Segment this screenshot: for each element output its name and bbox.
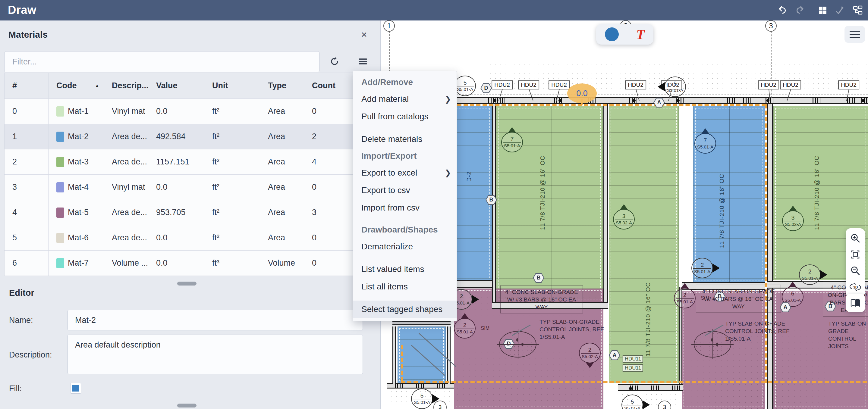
holdown-label-hdu11[interactable]: HDU11 [623,355,643,363]
selection-outline-left [401,345,404,381]
callout-tag-7[interactable]: 7S5.01-A [501,132,523,152]
table-cell: 0 [304,225,349,250]
menu-item-list-valued-items[interactable]: List valued items [353,261,457,278]
app-header: Draw [0,0,868,21]
callout-tag-2[interactable]: SIM2S5.01-A [674,288,695,308]
table-row-mat-5[interactable]: 4Mat-5Area de...953.705ft²Area3 [4,200,377,225]
refresh-icon[interactable] [326,53,343,70]
menu-divider [353,219,457,219]
legend-book-button[interactable] [846,294,865,312]
callout-tag-3[interactable]: 3S5.02-A [782,210,804,231]
holdown-label-hdu2[interactable]: HDU2 [549,80,569,90]
anchor-dot [677,99,680,102]
table-cell: 953.705 [148,200,204,225]
holdown-label-hdu2[interactable]: HDU2 [625,80,646,90]
undo-icon[interactable] [776,4,788,16]
column-header-unit[interactable]: Unit [204,73,260,99]
table-cell: Area [260,175,304,200]
callout-tag-3[interactable]: 3S5.02-A [613,209,635,230]
table-cell: Volume ... [104,250,148,276]
menu-item-export-to-csv[interactable]: Export to csv [353,182,457,199]
table-cell: Vinyl mat [104,99,148,124]
table-row-mat-4[interactable]: 3Mat-4Vinyl mat0.0ft²Area0 [4,175,377,200]
menu-divider [353,258,457,258]
callout-tag-5[interactable]: 5S5.01-A [411,388,433,409]
close-icon[interactable]: × [358,28,370,40]
menu-item-list-all-items[interactable]: List all items [353,278,457,296]
material-code-cell: Mat-6 [49,225,104,250]
text-tool-icon[interactable]: T [636,27,645,42]
grid-bubble-3[interactable]: 3 [765,21,777,32]
table-cell: ft³ [204,250,260,276]
zoom-out-button[interactable] [848,264,863,278]
material-color-swatch [56,258,64,268]
callout-tag-2[interactable]: 2S5.01-A [691,258,713,278]
menu-item-add-material[interactable]: Add material❯ [353,90,457,108]
rotate-3d-button[interactable]: 3D [848,280,863,294]
hierarchy-icon[interactable] [852,4,864,16]
filter-input[interactable] [4,51,319,72]
holdown-label-hdu2[interactable]: HDU2 [518,80,539,90]
callout-tag-5[interactable]: 5S5.01-A [454,76,476,96]
holdown-label-hdu2[interactable]: HDU2 [780,80,801,90]
table-row-mat-7[interactable]: 6Mat-7Volume ...0.0ft³Volume0 [4,250,377,276]
holdown-label-hdu2[interactable]: HDU2 [838,80,859,90]
blue-material-dot[interactable] [605,27,619,41]
materials-table: #Code▲Descrip...ValueUnitTypeCount0Mat-1… [4,73,377,276]
menu-item-dematerialize[interactable]: Dematerialize [353,238,457,255]
holdown-label-hdu2[interactable]: HDU2 [492,80,513,90]
fit-to-screen-button[interactable] [848,247,863,262]
draw-check-icon[interactable] [834,4,846,16]
holdown-label-hdu11[interactable]: HDU11 [623,364,643,372]
column-header-count[interactable]: Count [304,73,349,99]
column-header-type[interactable]: Type [260,73,304,99]
grid-icon[interactable] [817,4,829,16]
column-header-code[interactable]: Code▲ [49,73,104,99]
menu-item-import-from-csv[interactable]: Import from csv [353,199,457,216]
callout-tag-7[interactable]: 7S5.01-A [694,133,716,154]
measure-badge[interactable]: 0.0 [567,83,597,103]
material-code-cell: Mat-5 [49,200,104,225]
menu-item-select-tagged-shapes[interactable]: Select tagged shapes [353,301,457,318]
menu-item-pull-from-catalogs[interactable]: Pull from catalogs [353,108,457,125]
callout-tag-2[interactable]: 2S5.02-A [579,343,601,363]
table-cell: 5 [4,225,49,250]
table-menu-icon[interactable] [354,53,371,70]
column-header-value[interactable]: Value [148,73,204,99]
description-label: Description: [9,350,52,360]
material-color-swatch [56,157,64,167]
callout-tag-2[interactable]: SIM2S5.01-A [454,318,475,339]
menu-item-export-to-excel[interactable]: Export to excel❯ [353,164,457,182]
description-field[interactable] [67,335,363,374]
menu-item-delete-materials[interactable]: Delete materials [353,130,457,148]
plan-note: TYP SLAB-ON-GRADE CONTROL JOINTS, REF 1/… [539,318,615,341]
canvas-menu-button[interactable] [844,26,865,43]
name-field[interactable] [67,310,363,330]
material-code-cell: Mat-2 [49,124,104,149]
fill-color-swatch[interactable] [70,383,81,394]
stud-hatch [395,384,403,387]
table-row-mat-1[interactable]: 0Mat-1Vinyl mat0.0ft²Area0 [4,99,377,124]
control-joint-detail [499,331,536,357]
table-row-mat-2[interactable]: 1Mat-2Area de...492.584ft²Area2 [4,124,377,149]
callout-tag-5[interactable]: 5S5.01-A [621,395,643,409]
callout-tag-2[interactable]: 2S5.01-A [799,265,821,285]
column-header-descrip[interactable]: Descrip... [104,73,148,99]
panel-split-handle[interactable] [177,282,196,285]
holdown-label-hdu2[interactable]: HDU2 [758,80,779,90]
editor-split-handle[interactable] [177,404,196,408]
table-cell: Area [260,124,304,149]
app-title: Draw [8,4,36,16]
menu-section-add-remove: Add/Remove [353,74,457,90]
redo-icon[interactable] [794,4,806,16]
column-header-#[interactable]: # [4,73,49,99]
table-row-mat-6[interactable]: 5Mat-6Area de...0.0ft²Area0 [4,225,377,250]
joist-spec-label: 11 7/8 TJI-210 @ 16" OC [645,282,652,356]
menu-section-import-export: Import/Export [353,148,457,164]
table-row-mat-3[interactable]: 2Mat-3Area de...1157.151ft²Area4 [4,149,377,175]
plan-region-green-room-2[interactable] [609,106,679,383]
callout-tag-5[interactable]: 5S5.01-A [664,76,686,97]
plan-region-blue-stair[interactable] [454,106,492,280]
zoom-in-button[interactable] [848,231,863,245]
grid-bubble-1[interactable]: 1 [383,21,395,32]
